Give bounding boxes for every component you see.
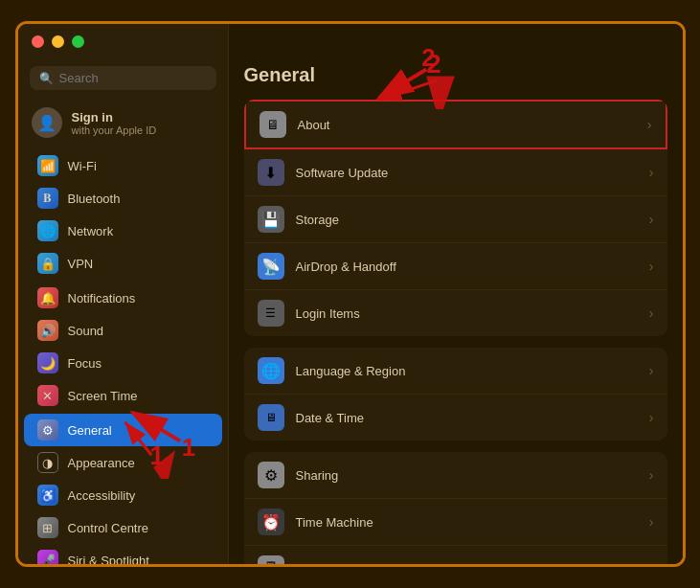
about-label: About [298,118,636,132]
sign-in-row[interactable]: 👤 Sign in with your Apple ID [18,100,228,146]
settings-group-1: 🖥 About › ⬇ Software Update › 💾 Storage … [244,100,667,336]
sign-in-subtitle: with your Apple ID [72,124,157,136]
sidebar-label-wifi: Wi-Fi [68,159,97,173]
sidebar-item-screentime[interactable]: ✕ Screen Time [24,379,222,412]
storage-icon: 💾 [258,206,284,233]
controlcentre-icon: ⊞ [37,517,58,538]
search-icon: 🔍 [39,72,54,85]
sidebar-item-sound[interactable]: 🔊 Sound [24,314,222,347]
sidebar-label-general: General [68,423,112,438]
software-update-chevron: › [649,165,654,180]
sidebar-item-wifi[interactable]: 📶 Wi-Fi [24,149,222,182]
close-button[interactable] [32,35,44,48]
avatar: 👤 [32,107,62,138]
language-icon: 🌐 [258,357,284,384]
settings-row-airdrop[interactable]: 📡 AirDrop & Handoff › [244,243,667,290]
minimize-button[interactable] [52,35,64,48]
settings-row-about[interactable]: 🖥 About › [244,100,667,149]
notifications-icon: 🔔 [37,287,58,308]
sidebar-item-bluetooth[interactable]: 𝐁 Bluetooth [24,182,222,215]
sharing-chevron: › [649,467,654,483]
settings-row-timemachine[interactable]: ⏰ Time Machine › [244,499,667,546]
datetime-chevron: › [649,410,654,425]
sidebar-label-sound: Sound [68,324,104,338]
airdrop-chevron: › [649,259,654,274]
login-items-chevron: › [649,305,654,321]
sidebar-label-bluetooth: Bluetooth [68,192,121,206]
transfer-icon: 📱 [258,555,284,564]
datetime-icon: 🖥 [258,404,284,431]
timemachine-chevron: › [649,514,654,530]
sidebar-item-controlcentre[interactable]: ⊞ Control Centre [24,511,222,544]
sidebar: 🔍 👤 Sign in with your Apple ID 📶 Wi-Fi 𝐁… [18,24,229,564]
settings-row-storage[interactable]: 💾 Storage › [244,196,667,243]
software-update-label: Software Update [296,166,638,180]
sidebar-label-vpn: VPN [68,257,94,271]
timemachine-icon: ⏰ [258,509,284,535]
wifi-icon: 📶 [37,155,58,176]
sound-icon: 🔊 [37,320,58,341]
settings-row-transfer[interactable]: 📱 Transfer or Reset › [244,546,667,564]
sidebar-item-general[interactable]: ⚙ General [24,414,222,446]
sidebar-item-focus[interactable]: 🌙 Focus [24,347,222,379]
sidebar-label-screentime: Screen Time [68,389,138,403]
sidebar-label-appearance: Appearance [68,456,135,470]
sidebar-item-vpn[interactable]: 🔒 VPN [24,247,222,280]
storage-chevron: › [649,212,654,227]
sharing-label: Sharing [296,468,638,483]
focus-icon: 🌙 [37,352,58,373]
sharing-icon: ⚙ [258,462,284,488]
transfer-label: Transfer or Reset [296,562,638,565]
language-chevron: › [649,363,654,378]
about-chevron: › [647,117,652,132]
titlebar [32,35,84,48]
settings-row-software-update[interactable]: ⬇ Software Update › [244,149,667,196]
siri-icon: 🎤 [37,550,58,564]
settings-row-datetime[interactable]: 🖥 Date & Time › [244,395,667,441]
sidebar-section-personalization: ⚙ General ◑ Appearance ♿ Accessibility ⊞… [18,414,228,564]
page-title: General [244,64,667,86]
login-items-label: Login Items [296,306,638,321]
search-bar[interactable]: 🔍 [30,66,216,90]
about-icon: 🖥 [260,111,286,138]
sidebar-section-network: 📶 Wi-Fi 𝐁 Bluetooth 🌐 Network 🔒 VPN [18,149,228,280]
settings-row-sharing[interactable]: ⚙ Sharing › [244,452,667,499]
sidebar-label-accessibility: Accessibility [68,488,136,503]
sidebar-section-system: 🔔 Notifications 🔊 Sound 🌙 Focus ✕ Screen… [18,282,228,412]
sidebar-label-siri: Siri & Spotlight [68,554,149,565]
main-window: 🔍 👤 Sign in with your Apple ID 📶 Wi-Fi 𝐁… [15,21,686,567]
sign-in-title: Sign in [72,110,157,124]
settings-row-language[interactable]: 🌐 Language & Region › [244,348,667,395]
screentime-icon: ✕ [37,385,58,406]
settings-row-login-items[interactable]: ☰ Login Items › [244,290,667,336]
language-label: Language & Region [296,364,638,378]
vpn-icon: 🔒 [37,253,58,274]
airdrop-icon: 📡 [258,253,284,280]
storage-label: Storage [296,213,638,227]
software-update-icon: ⬇ [258,159,284,186]
sidebar-label-controlcentre: Control Centre [68,521,149,535]
search-input[interactable] [59,71,207,85]
accessibility-icon: ♿ [37,485,58,506]
sidebar-item-appearance[interactable]: ◑ Appearance [24,446,222,479]
login-items-icon: ☰ [258,300,284,327]
appearance-icon: ◑ [37,452,58,473]
airdrop-label: AirDrop & Handoff [296,260,638,274]
sign-in-text: Sign in with your Apple ID [72,110,157,136]
bluetooth-icon: 𝐁 [37,188,58,209]
main-content: General 🖥 About › ⬇ Software Update › 💾 … [229,24,683,564]
settings-group-2: 🌐 Language & Region › 🖥 Date & Time › [244,348,667,441]
general-icon: ⚙ [37,419,58,441]
maximize-button[interactable] [72,35,84,48]
sidebar-label-notifications: Notifications [68,291,136,305]
network-icon: 🌐 [37,220,58,241]
datetime-label: Date & Time [296,411,638,425]
sidebar-item-siri[interactable]: 🎤 Siri & Spotlight [24,544,222,564]
sidebar-item-accessibility[interactable]: ♿ Accessibility [24,479,222,511]
transfer-chevron: › [649,561,654,564]
timemachine-label: Time Machine [296,515,638,530]
sidebar-label-network: Network [68,224,114,238]
sidebar-item-notifications[interactable]: 🔔 Notifications [24,282,222,314]
sidebar-label-focus: Focus [68,356,102,371]
sidebar-item-network[interactable]: 🌐 Network [24,215,222,247]
